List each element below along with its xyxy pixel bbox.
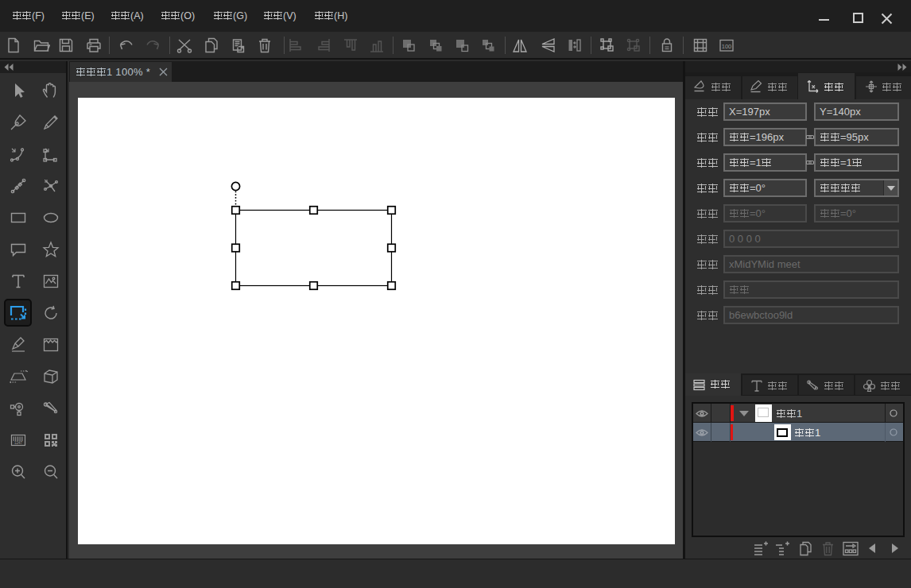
svg-text:1247: 1247: [14, 441, 23, 445]
svg-text:100: 100: [722, 43, 732, 50]
